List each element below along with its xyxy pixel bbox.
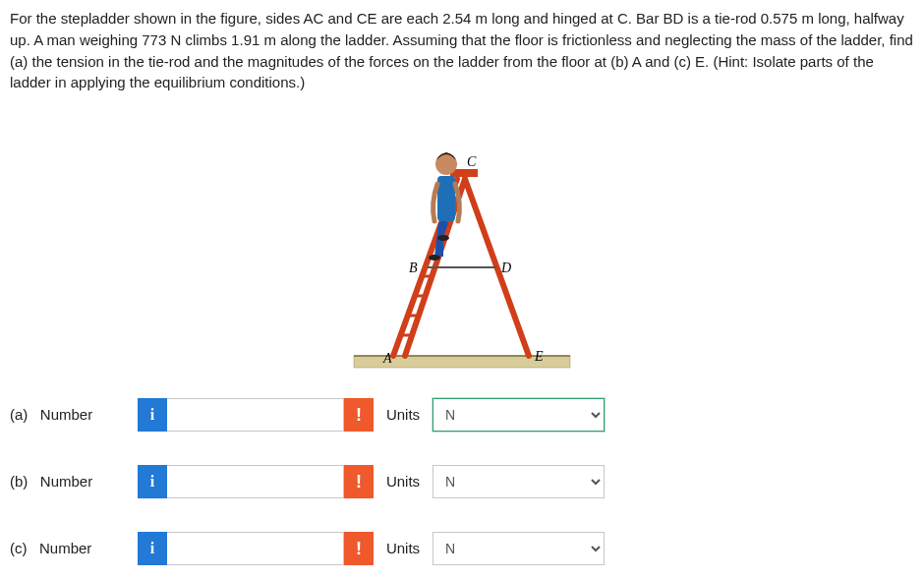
number-label: Number — [39, 540, 91, 556]
number-label: Number — [40, 406, 92, 423]
number-input-a[interactable] — [167, 398, 344, 432]
number-input-c[interactable] — [167, 532, 344, 565]
svg-point-17 — [429, 255, 440, 261]
figure-container: A B C D E — [10, 105, 914, 380]
warning-icon: ! — [344, 465, 374, 498]
part-letter: (c) — [10, 540, 28, 556]
label-d: D — [501, 259, 511, 278]
info-icon[interactable]: i — [138, 398, 167, 432]
units-select-c[interactable]: N — [433, 532, 605, 565]
answer-row-c: (c) Number i ! Units N — [10, 532, 914, 565]
warning-icon: ! — [344, 398, 374, 432]
units-select-b[interactable]: N — [433, 465, 605, 498]
part-label: (b) Number — [10, 471, 138, 492]
label-a: A — [383, 349, 392, 369]
number-label: Number — [40, 473, 92, 490]
label-b: B — [409, 259, 418, 278]
ladder-svg — [344, 105, 580, 380]
part-label: (c) Number — [10, 538, 138, 559]
answer-row-a: (a) Number i ! Units N — [10, 398, 914, 432]
part-label: (a) Number — [10, 404, 138, 426]
units-label: Units — [374, 404, 433, 426]
part-letter: (a) — [10, 406, 28, 423]
info-icon[interactable]: i — [138, 465, 167, 498]
label-e: E — [535, 347, 544, 367]
part-letter: (b) — [10, 473, 28, 490]
info-icon[interactable]: i — [138, 532, 167, 565]
answer-row-b: (b) Number i ! Units N — [10, 465, 914, 498]
svg-rect-15 — [437, 176, 455, 221]
answers-container: (a) Number i ! Units N (b) Number i ! Un… — [10, 398, 914, 565]
number-input-b[interactable] — [167, 465, 344, 498]
svg-point-18 — [437, 235, 449, 241]
units-label: Units — [374, 538, 433, 559]
stepladder-figure: A B C D E — [344, 105, 580, 380]
label-c: C — [467, 152, 476, 172]
question-text: For the stepladder shown in the figure, … — [10, 8, 914, 93]
units-select-a[interactable]: N — [433, 398, 605, 432]
units-label: Units — [374, 471, 433, 492]
warning-icon: ! — [344, 532, 374, 565]
